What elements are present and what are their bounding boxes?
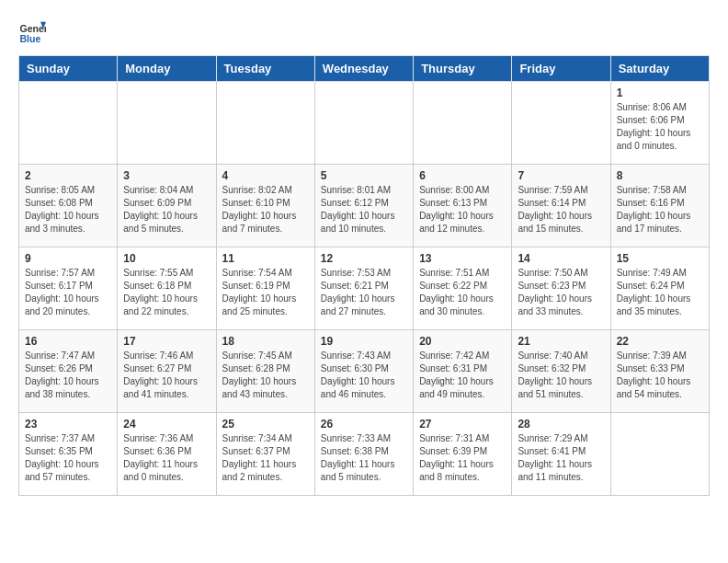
calendar-cell (216, 82, 314, 165)
calendar-cell: 18Sunrise: 7:45 AM Sunset: 6:28 PM Dayli… (216, 330, 314, 413)
day-number: 3 (123, 169, 210, 182)
calendar-cell: 21Sunrise: 7:40 AM Sunset: 6:32 PM Dayli… (512, 330, 610, 413)
day-number: 14 (518, 252, 604, 265)
day-number: 27 (419, 418, 506, 431)
calendar-cell: 6Sunrise: 8:00 AM Sunset: 6:13 PM Daylig… (414, 165, 512, 247)
calendar-cell (118, 82, 216, 165)
day-info: Sunrise: 7:33 AM Sunset: 6:38 PM Dayligh… (321, 432, 407, 484)
calendar-cell: 10Sunrise: 7:55 AM Sunset: 6:18 PM Dayli… (118, 247, 216, 330)
day-info: Sunrise: 7:42 AM Sunset: 6:31 PM Dayligh… (419, 350, 506, 401)
day-number: 23 (25, 418, 111, 431)
day-of-week-header: Thursday (414, 56, 512, 82)
day-number: 18 (222, 335, 309, 348)
day-number: 2 (25, 169, 111, 182)
header: General Blue (18, 18, 710, 46)
calendar-cell: 7Sunrise: 7:59 AM Sunset: 6:14 PM Daylig… (512, 165, 610, 247)
day-number: 5 (321, 169, 407, 182)
calendar-week-row: 23Sunrise: 7:37 AM Sunset: 6:35 PM Dayli… (19, 413, 710, 496)
calendar-cell: 3Sunrise: 8:04 AM Sunset: 6:09 PM Daylig… (118, 165, 216, 247)
day-number: 25 (222, 418, 309, 431)
calendar-cell: 20Sunrise: 7:42 AM Sunset: 6:31 PM Dayli… (414, 330, 512, 413)
calendar-cell: 17Sunrise: 7:46 AM Sunset: 6:27 PM Dayli… (118, 330, 216, 413)
calendar-cell: 24Sunrise: 7:36 AM Sunset: 6:36 PM Dayli… (118, 413, 216, 496)
day-info: Sunrise: 8:05 AM Sunset: 6:08 PM Dayligh… (25, 184, 111, 236)
calendar-cell: 19Sunrise: 7:43 AM Sunset: 6:30 PM Dayli… (314, 330, 413, 413)
day-info: Sunrise: 7:57 AM Sunset: 6:17 PM Dayligh… (25, 267, 111, 318)
day-number: 21 (518, 335, 604, 348)
day-number: 22 (617, 335, 703, 348)
day-info: Sunrise: 7:43 AM Sunset: 6:30 PM Dayligh… (321, 350, 407, 401)
calendar-cell: 25Sunrise: 7:34 AM Sunset: 6:37 PM Dayli… (216, 413, 314, 496)
calendar-cell: 27Sunrise: 7:31 AM Sunset: 6:39 PM Dayli… (414, 413, 512, 496)
calendar-cell: 23Sunrise: 7:37 AM Sunset: 6:35 PM Dayli… (19, 413, 118, 496)
calendar-cell: 12Sunrise: 7:53 AM Sunset: 6:21 PM Dayli… (314, 247, 413, 330)
day-info: Sunrise: 7:58 AM Sunset: 6:16 PM Dayligh… (617, 184, 703, 236)
calendar-cell (610, 413, 709, 496)
day-number: 13 (419, 252, 506, 265)
day-number: 19 (321, 335, 407, 348)
day-info: Sunrise: 8:01 AM Sunset: 6:12 PM Dayligh… (321, 184, 407, 236)
day-of-week-header: Wednesday (314, 56, 413, 82)
day-info: Sunrise: 7:37 AM Sunset: 6:35 PM Dayligh… (25, 432, 111, 484)
calendar-table: SundayMondayTuesdayWednesdayThursdayFrid… (18, 55, 710, 496)
day-info: Sunrise: 7:34 AM Sunset: 6:37 PM Dayligh… (222, 432, 309, 484)
day-info: Sunrise: 7:50 AM Sunset: 6:23 PM Dayligh… (518, 267, 604, 318)
calendar-week-row: 1Sunrise: 8:06 AM Sunset: 6:06 PM Daylig… (19, 82, 710, 165)
day-info: Sunrise: 8:06 AM Sunset: 6:06 PM Dayligh… (617, 101, 703, 153)
calendar-cell: 15Sunrise: 7:49 AM Sunset: 6:24 PM Dayli… (610, 247, 709, 330)
day-info: Sunrise: 8:00 AM Sunset: 6:13 PM Dayligh… (419, 184, 506, 236)
calendar-cell: 2Sunrise: 8:05 AM Sunset: 6:08 PM Daylig… (19, 165, 118, 247)
day-of-week-header: Monday (118, 56, 216, 82)
calendar-cell: 11Sunrise: 7:54 AM Sunset: 6:19 PM Dayli… (216, 247, 314, 330)
day-number: 9 (25, 252, 111, 265)
day-info: Sunrise: 7:36 AM Sunset: 6:36 PM Dayligh… (123, 432, 210, 484)
day-number: 10 (123, 252, 210, 265)
calendar-cell: 13Sunrise: 7:51 AM Sunset: 6:22 PM Dayli… (414, 247, 512, 330)
day-info: Sunrise: 7:55 AM Sunset: 6:18 PM Dayligh… (123, 267, 210, 318)
day-number: 12 (321, 252, 407, 265)
calendar-week-row: 2Sunrise: 8:05 AM Sunset: 6:08 PM Daylig… (19, 165, 710, 247)
day-info: Sunrise: 7:53 AM Sunset: 6:21 PM Dayligh… (321, 267, 407, 318)
day-info: Sunrise: 7:39 AM Sunset: 6:33 PM Dayligh… (617, 350, 703, 401)
day-info: Sunrise: 8:04 AM Sunset: 6:09 PM Dayligh… (123, 184, 210, 236)
calendar-cell: 4Sunrise: 8:02 AM Sunset: 6:10 PM Daylig… (216, 165, 314, 247)
day-info: Sunrise: 7:47 AM Sunset: 6:26 PM Dayligh… (25, 350, 111, 401)
calendar-cell: 26Sunrise: 7:33 AM Sunset: 6:38 PM Dayli… (314, 413, 413, 496)
calendar-cell: 9Sunrise: 7:57 AM Sunset: 6:17 PM Daylig… (19, 247, 118, 330)
day-of-week-header: Friday (512, 56, 610, 82)
day-info: Sunrise: 7:40 AM Sunset: 6:32 PM Dayligh… (518, 350, 604, 401)
day-number: 17 (123, 335, 210, 348)
day-number: 8 (617, 169, 703, 182)
calendar-cell: 1Sunrise: 8:06 AM Sunset: 6:06 PM Daylig… (610, 82, 709, 165)
day-number: 4 (222, 169, 309, 182)
day-info: Sunrise: 7:51 AM Sunset: 6:22 PM Dayligh… (419, 267, 506, 318)
day-of-week-header: Saturday (610, 56, 709, 82)
day-info: Sunrise: 7:29 AM Sunset: 6:41 PM Dayligh… (518, 432, 604, 484)
calendar-cell: 14Sunrise: 7:50 AM Sunset: 6:23 PM Dayli… (512, 247, 610, 330)
day-number: 11 (222, 252, 309, 265)
day-info: Sunrise: 7:59 AM Sunset: 6:14 PM Dayligh… (518, 184, 604, 236)
calendar-cell (314, 82, 413, 165)
calendar-cell: 16Sunrise: 7:47 AM Sunset: 6:26 PM Dayli… (19, 330, 118, 413)
svg-text:Blue: Blue (20, 33, 41, 44)
calendar-cell (19, 82, 118, 165)
day-number: 26 (321, 418, 407, 431)
calendar-cell: 8Sunrise: 7:58 AM Sunset: 6:16 PM Daylig… (610, 165, 709, 247)
calendar-cell: 28Sunrise: 7:29 AM Sunset: 6:41 PM Dayli… (512, 413, 610, 496)
day-number: 28 (518, 418, 604, 431)
calendar-cell (414, 82, 512, 165)
calendar-cell (512, 82, 610, 165)
day-number: 15 (617, 252, 703, 265)
calendar-cell: 5Sunrise: 8:01 AM Sunset: 6:12 PM Daylig… (314, 165, 413, 247)
day-info: Sunrise: 8:02 AM Sunset: 6:10 PM Dayligh… (222, 184, 309, 236)
day-number: 24 (123, 418, 210, 431)
day-info: Sunrise: 7:54 AM Sunset: 6:19 PM Dayligh… (222, 267, 309, 318)
day-info: Sunrise: 7:49 AM Sunset: 6:24 PM Dayligh… (617, 267, 703, 318)
day-info: Sunrise: 7:31 AM Sunset: 6:39 PM Dayligh… (419, 432, 506, 484)
header-row: SundayMondayTuesdayWednesdayThursdayFrid… (19, 56, 710, 82)
day-number: 6 (419, 169, 506, 182)
day-number: 20 (419, 335, 506, 348)
day-of-week-header: Tuesday (216, 56, 314, 82)
calendar-week-row: 9Sunrise: 7:57 AM Sunset: 6:17 PM Daylig… (19, 247, 710, 330)
day-number: 7 (518, 169, 604, 182)
